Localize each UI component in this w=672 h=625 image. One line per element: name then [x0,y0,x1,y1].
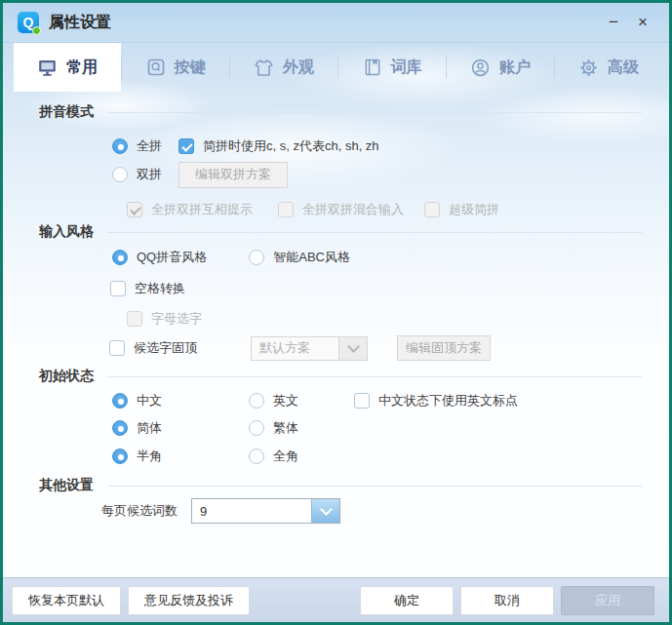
row-language: 中文 英文 中文状态下使用英文标点 [3,387,669,414]
footer-bar: 恢复本页默认 意见反馈及投诉 确定 取消 应用 [3,577,669,622]
traditional-label: 繁体 [273,419,298,437]
section-rule [107,112,642,113]
row-pinyin-options: 全拼双拼互相提示 全拼双拼混合输入 超级简拼 [3,196,669,223]
half-width-radio[interactable] [112,449,128,464]
tab-account[interactable]: 账户 [447,43,554,92]
jianpin-label: 简拼时使用c, s, z代表ch, sh, zh [203,137,379,155]
shirt-icon [254,58,274,78]
quanpin-radio[interactable] [112,138,128,154]
tab-bar: 常用 按键 外观 词库 [3,43,669,92]
candidates-per-page-dropdown[interactable]: 9 [191,498,340,524]
shuangpin-label: 双拼 [137,166,162,183]
half-width-label: 半角 [137,448,162,465]
row-style-choice: QQ拼音风格 智能ABC风格 [3,244,669,271]
tab-keys[interactable]: 按键 [122,43,229,92]
quanpin-label: 全拼 [137,137,162,155]
english-radio[interactable] [249,393,264,409]
section-initial-state: 初始状态 [39,368,642,385]
letter-select-label: 字母选字 [151,310,202,328]
row-pinyin-full: 全拼 简拼时使用c, s, z代表ch, sh, zh [3,133,669,160]
full-width-radio[interactable] [249,449,264,464]
key-q-icon [146,58,166,77]
section-title: 其他设置 [39,477,94,494]
english-punct-label: 中文状态下使用英文标点 [378,392,518,410]
full-width-label: 全角 [273,448,298,465]
apply-button: 应用 [561,586,654,615]
feedback-button[interactable]: 意见反馈及投诉 [128,586,250,615]
edit-pinned-button: 编辑固顶方案 [397,335,491,361]
traditional-radio[interactable] [249,420,264,436]
window-controls: − × [599,10,657,35]
section-pinyin-mode: 拼音模式 [39,103,642,121]
mutual-hint-label: 全拼双拼互相提示 [151,201,253,218]
tab-appearance[interactable]: 外观 [230,43,337,92]
tab-dictionary[interactable]: 词库 [338,43,446,92]
english-label: 英文 [273,392,298,410]
qq-style-radio[interactable] [112,250,128,265]
general-settings-panel: 拼音模式 全拼 简拼时使用c, s, z代表ch, sh, zh 双拼 编辑双拼… [3,92,669,578]
qq-pinyin-logo-icon: Q [18,12,39,33]
space-convert-checkbox[interactable] [110,281,126,296]
chevron-down-icon [338,337,367,360]
abc-style-radio[interactable] [249,250,264,265]
row-pinyin-double: 双拼 编辑双拼方案 [3,161,669,188]
space-convert-label: 空格转换 [135,280,185,297]
letter-select-checkbox [127,311,142,327]
user-icon [470,58,491,78]
tab-general[interactable]: 常用 [14,43,121,92]
qq-style-label: QQ拼音风格 [137,249,207,266]
row-candidates-per-page: 每页候选词数 9 [3,497,669,525]
monitor-icon [37,58,58,78]
row-width: 半角 全角 [3,443,669,470]
row-letter-select: 字母选字 [3,305,669,332]
candidates-per-page-value: 9 [192,499,311,523]
tab-label: 常用 [66,58,98,78]
pinned-candidate-checkbox[interactable] [109,340,125,356]
chinese-radio[interactable] [112,393,128,409]
ok-button[interactable]: 确定 [360,586,454,615]
simplified-radio[interactable] [112,420,128,436]
row-charset: 简体 繁体 [3,414,669,442]
english-punct-checkbox[interactable] [354,393,370,409]
super-jianpin-checkbox [424,202,440,217]
tab-advanced[interactable]: 高级 [555,43,662,92]
mixed-input-checkbox [278,202,294,217]
super-jianpin-label: 超级简拼 [449,201,499,218]
tab-label: 外观 [283,58,314,78]
pinned-candidate-label: 候选字固顶 [134,339,197,357]
row-space-convert: 空格转换 [3,275,669,302]
window-title: 属性设置 [49,13,111,33]
section-other-settings: 其他设置 [39,477,642,494]
book-icon [363,58,382,77]
tab-label: 按键 [175,58,206,78]
chevron-down-icon[interactable] [311,499,339,523]
edit-shuangpin-button: 编辑双拼方案 [178,162,288,188]
logo-status-dot [32,26,41,35]
section-input-style: 输入风格 [39,223,642,241]
shuangpin-radio[interactable] [112,167,128,182]
section-title: 拼音模式 [39,103,94,121]
tab-label: 词库 [391,58,422,78]
gear-icon [578,58,599,78]
section-rule [107,486,642,487]
titlebar: Q 属性设置 − × [3,3,669,43]
cancel-button[interactable]: 取消 [460,586,554,615]
close-button[interactable]: × [628,10,657,35]
candidates-per-page-label: 每页候选词数 [101,502,178,520]
mutual-hint-checkbox [127,202,142,217]
section-title: 初始状态 [39,368,94,385]
mixed-input-label: 全拼双拼混合输入 [302,201,404,218]
section-rule [107,376,642,377]
tab-label: 高级 [608,58,639,78]
chinese-label: 中文 [137,392,162,410]
jianpin-checkbox[interactable] [178,138,194,154]
restore-defaults-button[interactable]: 恢复本页默认 [12,586,121,615]
pinned-scheme-dropdown: 默认方案 [251,336,368,361]
section-title: 输入风格 [39,223,94,241]
row-pinned-candidate: 候选字固顶 默认方案 编辑固顶方案 [3,334,669,362]
section-rule [107,232,642,233]
minimize-button[interactable]: − [599,10,628,35]
abc-style-label: 智能ABC风格 [273,249,350,266]
tab-label: 账户 [499,58,531,78]
properties-window: Q 属性设置 − × 常用 按键 [0,0,672,625]
